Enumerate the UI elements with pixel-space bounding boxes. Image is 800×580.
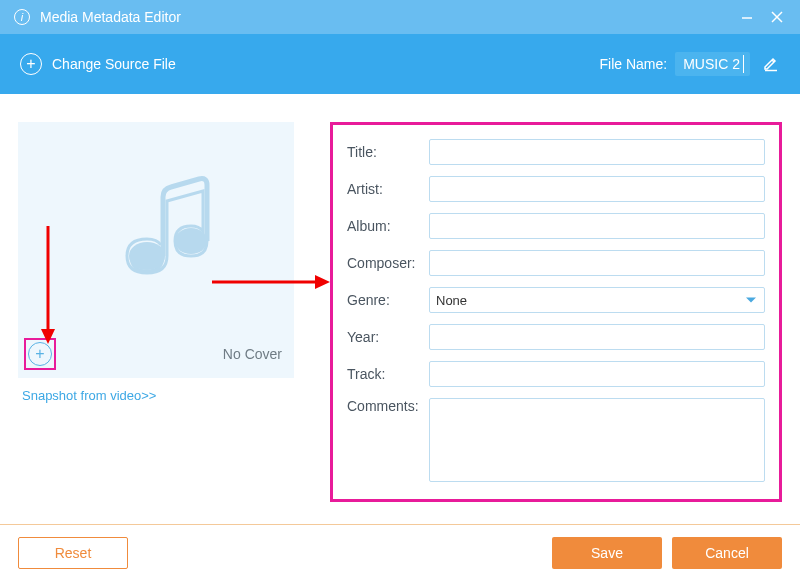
- svg-point-6: [175, 228, 207, 254]
- snapshot-link[interactable]: Snapshot from video>>: [22, 388, 156, 403]
- title-bar: i Media Metadata Editor: [0, 0, 800, 34]
- cover-footer: + No Cover: [18, 330, 294, 378]
- year-label: Year:: [347, 329, 429, 345]
- plus-circle-icon: +: [28, 342, 52, 366]
- cover-placeholder: [18, 122, 294, 330]
- add-cover-button[interactable]: +: [24, 338, 56, 370]
- cover-pane: + No Cover Snapshot from video>>: [18, 122, 310, 502]
- cancel-button[interactable]: Cancel: [672, 537, 782, 569]
- edit-icon[interactable]: [762, 54, 780, 75]
- genre-label: Genre:: [347, 292, 429, 308]
- metadata-form: Title: Artist: Album: Composer: Genre: N…: [330, 122, 782, 502]
- window-title: Media Metadata Editor: [40, 9, 732, 25]
- chevron-down-icon: [746, 298, 756, 303]
- toolbar: + Change Source File File Name: MUSIC 2: [0, 34, 800, 94]
- minimize-button[interactable]: [732, 2, 762, 32]
- main-content: + No Cover Snapshot from video>> Title: …: [0, 94, 800, 512]
- genre-select[interactable]: None: [429, 287, 765, 313]
- composer-label: Composer:: [347, 255, 429, 271]
- album-input[interactable]: [429, 213, 765, 239]
- plus-circle-icon: +: [20, 53, 42, 75]
- change-source-label: Change Source File: [52, 56, 176, 72]
- title-label: Title:: [347, 144, 429, 160]
- close-button[interactable]: [762, 2, 792, 32]
- genre-value: None: [436, 293, 467, 308]
- album-label: Album:: [347, 218, 429, 234]
- comments-label: Comments:: [347, 398, 429, 414]
- artist-label: Artist:: [347, 181, 429, 197]
- comments-input[interactable]: [429, 398, 765, 482]
- title-input[interactable]: [429, 139, 765, 165]
- file-name-value[interactable]: MUSIC 2: [675, 52, 750, 76]
- info-icon: i: [14, 9, 30, 25]
- file-name-label: File Name:: [600, 56, 668, 72]
- track-input[interactable]: [429, 361, 765, 387]
- footer: Reset Save Cancel: [0, 524, 800, 580]
- track-label: Track:: [347, 366, 429, 382]
- no-cover-label: No Cover: [223, 346, 282, 362]
- reset-button[interactable]: Reset: [18, 537, 128, 569]
- change-source-button[interactable]: + Change Source File: [20, 53, 176, 75]
- year-input[interactable]: [429, 324, 765, 350]
- artist-input[interactable]: [429, 176, 765, 202]
- music-note-icon: [91, 161, 221, 291]
- save-button[interactable]: Save: [552, 537, 662, 569]
- cover-box: + No Cover: [18, 122, 294, 378]
- composer-input[interactable]: [429, 250, 765, 276]
- svg-point-5: [129, 242, 165, 270]
